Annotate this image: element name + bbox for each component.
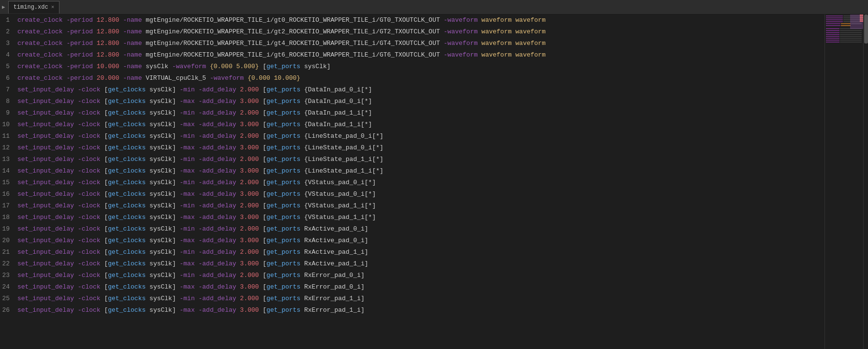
code-line[interactable]: set_input_delay -clock [get_clocks sysCl… — [17, 235, 368, 247]
line-number: 11 — [2, 131, 17, 142]
code-line[interactable]: create_clock -period 12.800 -name mgtEng… — [17, 49, 545, 61]
tab-nav-arrow[interactable]: ▶ — [2, 4, 5, 10]
minimap — [824, 15, 863, 349]
code-line[interactable]: set_input_delay -clock [get_clocks sysCl… — [17, 107, 372, 119]
line-number: 20 — [2, 235, 17, 247]
code-line[interactable]: set_input_delay -clock [get_clocks sysCl… — [17, 154, 383, 165]
table-row: 7set_input_delay -clock [get_clocks sysC… — [2, 84, 824, 96]
svg-rect-21 — [840, 34, 862, 35]
code-line[interactable]: set_input_delay -clock [get_clocks sysCl… — [17, 189, 376, 200]
scrollbar-thumb[interactable] — [864, 15, 868, 44]
svg-rect-33 — [860, 18, 863, 20]
svg-rect-27 — [840, 40, 862, 41]
table-row: 9set_input_delay -clock [get_clocks sysC… — [2, 107, 824, 119]
table-row: 8set_input_delay -clock [get_clocks sysC… — [2, 96, 824, 107]
svg-rect-14 — [826, 28, 839, 29]
line-number: 19 — [2, 223, 17, 235]
code-line[interactable]: set_input_delay -clock [get_clocks sysCl… — [17, 281, 365, 293]
code-line[interactable]: set_input_delay -clock [get_clocks sysCl… — [17, 142, 383, 154]
svg-rect-32 — [860, 16, 863, 18]
editor-area: 1create_clock -period 12.800 -name mgtEn… — [0, 15, 868, 349]
line-number: 2 — [2, 26, 17, 38]
line-number: 22 — [2, 258, 17, 270]
svg-rect-20 — [826, 34, 839, 35]
table-row: 25set_input_delay -clock [get_clocks sys… — [2, 293, 824, 305]
table-row: 14set_input_delay -clock [get_clocks sys… — [2, 165, 824, 177]
table-row: 20set_input_delay -clock [get_clocks sys… — [2, 235, 824, 247]
code-line[interactable]: set_input_delay -clock [get_clocks sysCl… — [17, 293, 365, 305]
code-line[interactable]: set_input_delay -clock [get_clocks sysCl… — [17, 84, 372, 96]
line-number: 18 — [2, 212, 17, 223]
svg-rect-28 — [826, 42, 839, 43]
table-row: 26set_input_delay -clock [get_clocks sys… — [2, 305, 824, 316]
table-row: 11set_input_delay -clock [get_clocks sys… — [2, 131, 824, 142]
line-number: 4 — [2, 49, 17, 61]
table-row: 16set_input_delay -clock [get_clocks sys… — [2, 189, 824, 200]
line-number: 24 — [2, 281, 17, 293]
svg-rect-24 — [826, 38, 839, 39]
code-line[interactable]: set_input_delay -clock [get_clocks sysCl… — [17, 119, 372, 131]
table-row: 22set_input_delay -clock [get_clocks sys… — [2, 258, 824, 270]
table-row: 17set_input_delay -clock [get_clocks sys… — [2, 200, 824, 212]
svg-rect-3 — [826, 17, 843, 18]
svg-rect-9 — [826, 23, 840, 24]
svg-rect-26 — [826, 40, 839, 41]
svg-rect-31 — [860, 15, 863, 16]
line-number: 12 — [2, 142, 17, 154]
code-line[interactable]: set_input_delay -clock [get_clocks sysCl… — [17, 258, 368, 270]
code-line[interactable]: set_input_delay -clock [get_clocks sysCl… — [17, 247, 368, 258]
table-row: 5create_clock -period 10.000 -name sysCl… — [2, 61, 824, 73]
code-line[interactable]: set_input_delay -clock [get_clocks sysCl… — [17, 305, 365, 316]
table-row: 21set_input_delay -clock [get_clocks sys… — [2, 247, 824, 258]
table-row: 10set_input_delay -clock [get_clocks sys… — [2, 119, 824, 131]
tab-timing-xdc[interactable]: timing.xdc × — [8, 1, 60, 14]
line-number: 26 — [2, 305, 17, 316]
table-row: 18set_input_delay -clock [get_clocks sys… — [2, 212, 824, 223]
line-number: 15 — [2, 177, 17, 189]
table-row: 23set_input_delay -clock [get_clocks sys… — [2, 270, 824, 281]
code-line[interactable]: set_input_delay -clock [get_clocks sysCl… — [17, 131, 383, 142]
code-line[interactable]: create_clock -period 12.800 -name mgtEng… — [17, 26, 545, 38]
table-row: 2create_clock -period 12.800 -name mgtEn… — [2, 26, 824, 38]
table-row: 15set_input_delay -clock [get_clocks sys… — [2, 177, 824, 189]
line-number: 7 — [2, 84, 17, 96]
minimap-svg — [825, 15, 863, 349]
line-number: 13 — [2, 154, 17, 165]
svg-rect-23 — [840, 36, 862, 37]
svg-rect-25 — [840, 38, 862, 39]
tab-close-button[interactable]: × — [51, 4, 55, 10]
code-line[interactable]: set_input_delay -clock [get_clocks sysCl… — [17, 200, 376, 212]
code-line[interactable]: create_clock -period 10.000 -name sysClk… — [17, 61, 331, 73]
svg-rect-1 — [826, 15, 843, 16]
vertical-scrollbar[interactable] — [863, 15, 868, 349]
line-number: 14 — [2, 165, 17, 177]
svg-rect-10 — [841, 23, 851, 24]
code-line[interactable]: set_input_delay -clock [get_clocks sysCl… — [17, 96, 372, 107]
code-line[interactable]: create_clock -period 12.800 -name mgtEng… — [17, 15, 545, 26]
table-row: 4create_clock -period 12.800 -name mgtEn… — [2, 49, 824, 61]
code-line[interactable]: create_clock -period 12.800 -name mgtEng… — [17, 38, 545, 49]
svg-rect-5 — [826, 19, 843, 20]
svg-rect-13 — [841, 25, 851, 26]
line-number: 25 — [2, 293, 17, 305]
code-line[interactable]: set_input_delay -clock [get_clocks sysCl… — [17, 223, 368, 235]
svg-rect-22 — [826, 36, 839, 37]
tab-bar: ▶ timing.xdc × — [0, 0, 868, 15]
code-line[interactable]: set_input_delay -clock [get_clocks sysCl… — [17, 270, 365, 281]
table-row: 6create_clock -period 20.000 -name VIRTU… — [2, 73, 824, 84]
svg-rect-29 — [840, 42, 862, 43]
line-number: 23 — [2, 270, 17, 281]
svg-rect-19 — [840, 32, 862, 33]
table-row: 3create_clock -period 12.800 -name mgtEn… — [2, 38, 824, 49]
svg-rect-18 — [826, 32, 839, 33]
code-content[interactable]: 1create_clock -period 12.800 -name mgtEn… — [0, 15, 824, 349]
code-line[interactable]: set_input_delay -clock [get_clocks sysCl… — [17, 165, 383, 177]
code-line[interactable]: set_input_delay -clock [get_clocks sysCl… — [17, 177, 376, 189]
code-line[interactable]: create_clock -period 20.000 -name VIRTUA… — [17, 73, 300, 84]
svg-rect-0 — [825, 15, 863, 349]
code-line[interactable]: set_input_delay -clock [get_clocks sysCl… — [17, 212, 376, 223]
line-number: 8 — [2, 96, 17, 107]
line-number: 3 — [2, 38, 17, 49]
svg-rect-12 — [826, 25, 840, 26]
line-number: 16 — [2, 189, 17, 200]
